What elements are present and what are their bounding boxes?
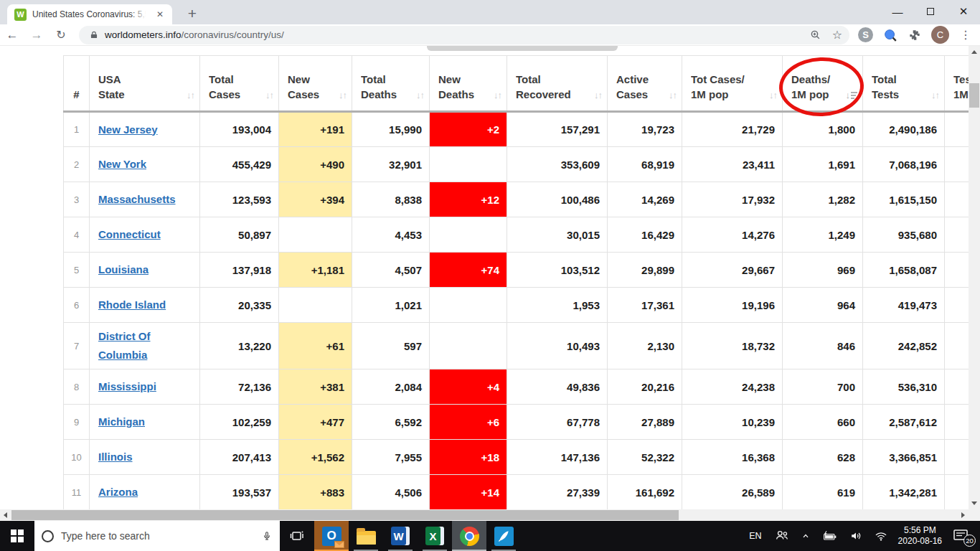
state-link[interactable]: New York <box>98 158 146 170</box>
state-link[interactable]: New Jersey <box>98 123 158 136</box>
total-deaths-cell: 1,021 <box>352 288 430 323</box>
taskbar-outlook-button[interactable]: O <box>314 521 349 551</box>
state-link[interactable]: Arizona <box>98 486 138 498</box>
forward-button[interactable]: → <box>24 28 49 42</box>
window-close-button[interactable]: ✕ <box>947 0 980 23</box>
microphone-icon[interactable] <box>261 529 273 543</box>
magnifier-extension-icon[interactable] <box>882 27 898 43</box>
new-deaths-cell: +6 <box>430 405 507 440</box>
total-recovered-cell: 30,015 <box>507 217 608 253</box>
table-row: 5Louisiana137,918+1,1814,507+74103,51229… <box>64 253 969 288</box>
new-deaths-cell: +4 <box>430 369 507 405</box>
skype-extension-icon[interactable]: S <box>858 27 873 42</box>
column-header-tests_per_1m[interactable]: Tests/1M pop↓↑ <box>945 56 969 112</box>
browser-toolbar: ← → ↻ worldometers.info/coronavirus/coun… <box>0 24 980 46</box>
scroll-right-arrow-icon[interactable] <box>961 512 965 518</box>
scrollbar-corner <box>969 509 980 521</box>
people-icon[interactable] <box>774 528 790 544</box>
column-header-state[interactable]: USAState↓↑ <box>90 56 200 112</box>
column-header-new_cases[interactable]: NewCases↓↑ <box>279 56 352 112</box>
deaths-per-1m-cell: 619 <box>783 475 863 510</box>
window-minimize-button[interactable]: — <box>881 0 914 23</box>
total-recovered-cell: 147,136 <box>507 440 608 475</box>
column-header-total_cases[interactable]: TotalCases↓↑ <box>200 56 279 112</box>
column-header-active_cases[interactable]: ActiveCases↓↑ <box>608 56 682 112</box>
horizontal-scrollbar-thumb[interactable] <box>11 510 679 520</box>
state-link[interactable]: Rhode Island <box>98 298 166 311</box>
bookmark-star-icon[interactable]: ☆ <box>832 28 842 42</box>
state-link[interactable]: Louisiana <box>98 263 149 276</box>
rank-cell: 11 <box>64 475 90 510</box>
new-deaths-cell: +2 <box>430 112 507 147</box>
total-recovered-cell: 49,836 <box>507 369 608 405</box>
column-header-total_recovered[interactable]: TotalRecovered↓↑ <box>507 56 608 112</box>
taskbar-excel-button[interactable]: X <box>418 521 452 551</box>
battery-icon[interactable] <box>821 529 839 543</box>
total-deaths-cell: 8,838 <box>352 182 430 217</box>
taskbar-word-button[interactable]: W <box>383 521 418 551</box>
column-header-total_tests[interactable]: TotalTests↓↑ <box>863 56 945 112</box>
state-link[interactable]: Michigan <box>98 415 145 428</box>
url-path: /coronavirus/country/us/ <box>182 29 284 40</box>
total-deaths-cell: 597 <box>352 323 430 369</box>
scroll-down-arrow-icon[interactable] <box>971 501 977 505</box>
vertical-scrollbar[interactable] <box>969 46 980 509</box>
language-indicator[interactable]: EN <box>746 531 764 541</box>
address-bar[interactable]: worldometers.info/coronavirus/country/us… <box>79 26 849 44</box>
sort-icon: ↓↑ <box>931 90 939 100</box>
tray-chevron-up-icon[interactable] <box>799 529 812 542</box>
start-button[interactable] <box>0 521 34 551</box>
rank-cell: 4 <box>64 217 90 253</box>
vertical-scrollbar-thumb[interactable] <box>969 83 979 108</box>
reload-button[interactable]: ↻ <box>49 28 73 42</box>
state-link[interactable]: District Of Columbia <box>98 330 151 361</box>
scroll-left-arrow-icon[interactable] <box>4 512 7 518</box>
zoom-icon[interactable] <box>809 29 822 42</box>
new-tab-button[interactable]: + <box>182 4 202 24</box>
total-tests-cell: 7,068,196 <box>863 147 945 182</box>
browser-tab[interactable]: W United States Coronavirus: 5,562, ✕ <box>7 4 172 24</box>
scroll-up-arrow-icon[interactable] <box>971 50 977 54</box>
profile-avatar[interactable]: C <box>931 26 949 44</box>
browser-menu-icon[interactable]: ⋮ <box>958 28 979 42</box>
window-restore-button[interactable] <box>914 0 947 23</box>
state-link[interactable]: Illinois <box>98 451 133 463</box>
total-cases-cell: 102,259 <box>200 405 279 440</box>
state-link[interactable]: Connecticut <box>98 228 161 240</box>
total-recovered-cell: 353,609 <box>507 147 608 182</box>
extensions-puzzle-icon[interactable] <box>908 28 922 42</box>
column-header-total_deaths[interactable]: TotalDeaths↓↑ <box>352 56 430 112</box>
active-cases-cell: 2,130 <box>608 323 682 369</box>
sort-icon: ↓↑ <box>594 90 602 100</box>
tests-per-1m-cell <box>945 323 969 369</box>
table-row: 10Illinois207,413+1,5627,955+18147,13652… <box>64 440 969 475</box>
horizontal-scrollbar[interactable] <box>0 509 969 521</box>
taskbar-clock[interactable]: 5:56 PM 2020-08-16 <box>898 525 942 547</box>
total-recovered-cell: 1,953 <box>507 288 608 323</box>
tab-close-icon[interactable]: ✕ <box>154 8 166 21</box>
total-recovered-cell: 27,339 <box>507 475 608 510</box>
total-recovered-cell: 67,778 <box>507 405 608 440</box>
total-tests-cell: 419,473 <box>863 288 945 323</box>
column-header-new_deaths[interactable]: NewDeaths↓↑ <box>430 56 507 112</box>
back-button[interactable]: ← <box>0 28 24 42</box>
notification-center-button[interactable]: 20 <box>951 527 973 545</box>
state-link[interactable]: Massachusetts <box>98 193 176 205</box>
taskbar-chrome-button[interactable] <box>452 521 486 551</box>
tests-per-1m-cell <box>945 288 969 323</box>
task-view-button[interactable] <box>280 521 314 551</box>
table-row: 9Michigan102,259+4776,592+667,77827,8891… <box>64 405 969 440</box>
volume-icon[interactable] <box>848 529 864 543</box>
state-cell: New Jersey <box>90 112 200 147</box>
states-table: #USAState↓↑TotalCases↓↑NewCases↓↑TotalDe… <box>63 55 969 509</box>
wifi-icon[interactable] <box>873 529 889 543</box>
table-row: 7District Of Columbia13,220+6159710,4932… <box>64 323 969 369</box>
state-link[interactable]: Mississippi <box>98 380 156 392</box>
taskbar-snagit-button[interactable] <box>486 521 521 551</box>
taskbar-file-explorer-button[interactable] <box>349 521 383 551</box>
taskbar-search-box[interactable]: Type here to search <box>34 521 280 551</box>
new-deaths-cell <box>430 288 507 323</box>
total-recovered-cell: 100,486 <box>507 182 608 217</box>
table-row: 8Mississippi72,136+3812,084+449,83620,21… <box>64 369 969 405</box>
column-header-cases_per_1m[interactable]: Tot Cases/1M pop↓↑ <box>682 56 783 112</box>
